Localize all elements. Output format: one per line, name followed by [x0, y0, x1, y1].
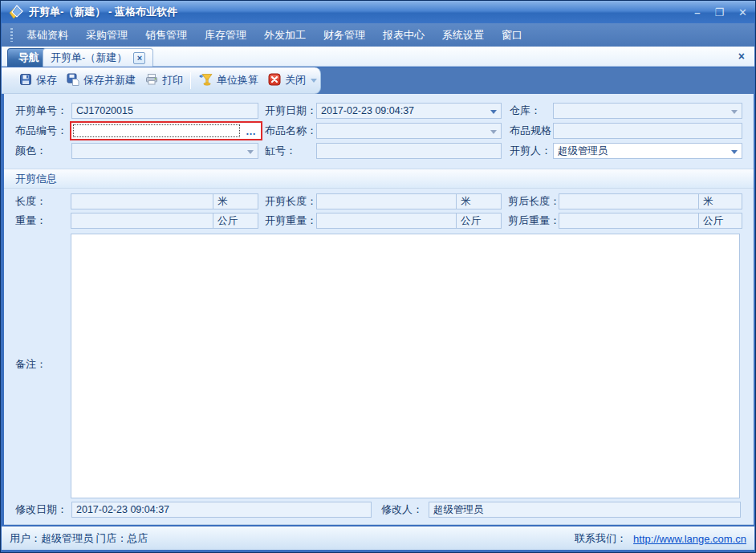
tab-navigation-label: 导航: [18, 51, 39, 65]
cutter-field[interactable]: 超级管理员: [553, 143, 742, 159]
unit-convert-label: 单位换算: [217, 73, 258, 87]
close-tab-label: 关闭: [285, 73, 306, 87]
tab-close-icon[interactable]: ×: [133, 52, 145, 64]
toolbar: 保存 保存并新建: [2, 67, 754, 94]
cut-length-unit-box: 米: [456, 193, 502, 209]
form-panel: 开剪单号： CJ17020015 开剪日期： 2017-02-23 09:04:…: [4, 94, 754, 525]
fabric-name-field[interactable]: [316, 123, 502, 139]
modified-by-field: 超级管理员: [429, 502, 741, 518]
title-bar: 开剪单-（新建） - 蓝格布业软件 – ❐ ✕: [1, 1, 755, 23]
remark-textarea[interactable]: [71, 234, 740, 498]
fabric-no-lookup: …: [70, 121, 262, 140]
tab-strip: 导航 开剪单-（新建） × ×: [2, 47, 754, 67]
cut-date-field[interactable]: 2017-02-23 09:04:37: [316, 103, 502, 119]
app-icon: [9, 5, 23, 19]
close-red-icon: [268, 73, 281, 88]
unit-convert-button[interactable]: 单位换算: [193, 71, 263, 91]
save-button[interactable]: 保存: [14, 71, 62, 91]
chevron-down-icon[interactable]: [731, 150, 738, 157]
chevron-down-icon[interactable]: [490, 130, 497, 137]
print-label: 打印: [162, 73, 183, 87]
vat-no-label: 缸号：: [265, 143, 296, 159]
menu-grip-icon: [10, 28, 13, 42]
menu-item-purchase[interactable]: 采购管理: [77, 24, 136, 47]
vat-no-field[interactable]: [316, 143, 502, 159]
tab-cut-order[interactable]: 开剪单-（新建） ×: [43, 48, 153, 67]
toolbar-separator: [190, 72, 191, 89]
cutter-label: 开剪人：: [510, 143, 551, 159]
weight-unit-box: 公斤: [213, 213, 258, 229]
section-title: 开剪信息: [15, 172, 57, 186]
close-tab-button[interactable]: 关闭: [263, 71, 311, 91]
after-length-field[interactable]: [559, 193, 699, 209]
minimize-button[interactable]: –: [694, 6, 700, 18]
modified-date-field: 2017-02-23 09:04:37: [71, 502, 372, 518]
tab-cut-order-label: 开剪单-（新建）: [51, 51, 127, 65]
after-weight-field[interactable]: [559, 213, 699, 229]
modified-date-label: 修改日期：: [15, 502, 67, 518]
app-window: 开剪单-（新建） - 蓝格布业软件 – ❐ ✕ 基础资料 采购管理 销售管理 库…: [0, 0, 756, 553]
menu-item-window[interactable]: 窗口: [493, 24, 531, 47]
after-weight-unit-box: 公斤: [698, 213, 742, 229]
window-controls: – ❐ ✕: [694, 6, 747, 18]
maximize-button[interactable]: ❐: [714, 6, 724, 18]
after-length-unit-box: 米: [698, 193, 742, 209]
chevron-down-icon[interactable]: [731, 110, 738, 117]
weight-field[interactable]: [71, 213, 213, 229]
warehouse-label: 仓库：: [510, 103, 541, 119]
unit-convert-icon: [198, 73, 213, 88]
menu-item-settings[interactable]: 系统设置: [433, 24, 493, 47]
remark-label: 备注：: [15, 356, 47, 372]
fabric-no-label: 布品编号：: [15, 123, 67, 139]
menu-item-outsourcing[interactable]: 外发加工: [255, 24, 315, 47]
weight-label: 重量：: [15, 213, 47, 229]
ellipsis-button[interactable]: …: [242, 123, 261, 139]
close-button[interactable]: ✕: [738, 6, 747, 18]
contact-label: 联系我们：: [575, 531, 627, 546]
order-no-label: 开剪单号：: [15, 103, 67, 119]
color-label: 颜色：: [15, 143, 47, 159]
cut-weight-unit-box: 公斤: [456, 213, 502, 229]
fabric-name-label: 布品名称：: [265, 123, 317, 139]
color-field[interactable]: [71, 143, 258, 159]
website-link[interactable]: http://www.lange.com.cn: [633, 533, 746, 545]
fabric-no-field[interactable]: [71, 123, 242, 139]
print-button[interactable]: 打印: [140, 71, 188, 91]
menu-item-base-data[interactable]: 基础资料: [18, 24, 77, 47]
warehouse-field[interactable]: [553, 103, 742, 119]
cutter-value: 超级管理员: [558, 144, 608, 158]
section-header-cut-info: 开剪信息: [4, 169, 754, 189]
menu-item-finance[interactable]: 财务管理: [315, 24, 374, 47]
length-unit-box: 米: [213, 193, 258, 209]
after-length-label: 剪后长度：: [508, 193, 560, 209]
toolbar-inner: 保存 保存并新建: [2, 67, 321, 94]
menu-item-reports[interactable]: 报表中心: [374, 24, 433, 47]
menu-item-sales[interactable]: 销售管理: [136, 24, 196, 47]
status-bar: 用户：超级管理员 门店：总店 联系我们： http://www.lange.co…: [2, 527, 754, 550]
print-icon: [145, 73, 158, 88]
fabric-spec-field[interactable]: [553, 123, 742, 139]
save-icon: [19, 73, 32, 88]
save-and-new-label: 保存并新建: [83, 73, 136, 87]
save-label: 保存: [36, 73, 57, 87]
save-and-new-button[interactable]: 保存并新建: [62, 71, 140, 91]
order-no-field[interactable]: CJ17020015: [71, 103, 258, 119]
cut-date-value: 2017-02-23 09:04:37: [321, 105, 414, 116]
user-store-info: 用户：超级管理员 门店：总店: [10, 531, 148, 546]
cut-weight-field[interactable]: [316, 213, 457, 229]
chevron-down-icon[interactable]: [311, 79, 317, 86]
menu-item-inventory[interactable]: 库存管理: [196, 24, 255, 47]
cut-date-label: 开剪日期：: [265, 103, 317, 119]
chevron-down-icon[interactable]: [490, 110, 497, 117]
save-new-icon: [67, 73, 79, 88]
cut-length-label: 开剪长度：: [265, 193, 317, 209]
modified-by-label: 修改人：: [381, 502, 423, 518]
window-title: 开剪单-（新建） - 蓝格布业软件: [29, 5, 177, 19]
menu-bar: 基础资料 采购管理 销售管理 库存管理 外发加工 财务管理 报表中心 系统设置 …: [2, 23, 754, 47]
tabstrip-close-icon[interactable]: ×: [738, 50, 745, 63]
after-weight-label: 剪后重量：: [508, 213, 560, 229]
length-field[interactable]: [71, 193, 213, 209]
length-label: 长度：: [15, 193, 47, 209]
cut-length-field[interactable]: [316, 193, 457, 209]
chevron-down-icon[interactable]: [247, 150, 254, 157]
